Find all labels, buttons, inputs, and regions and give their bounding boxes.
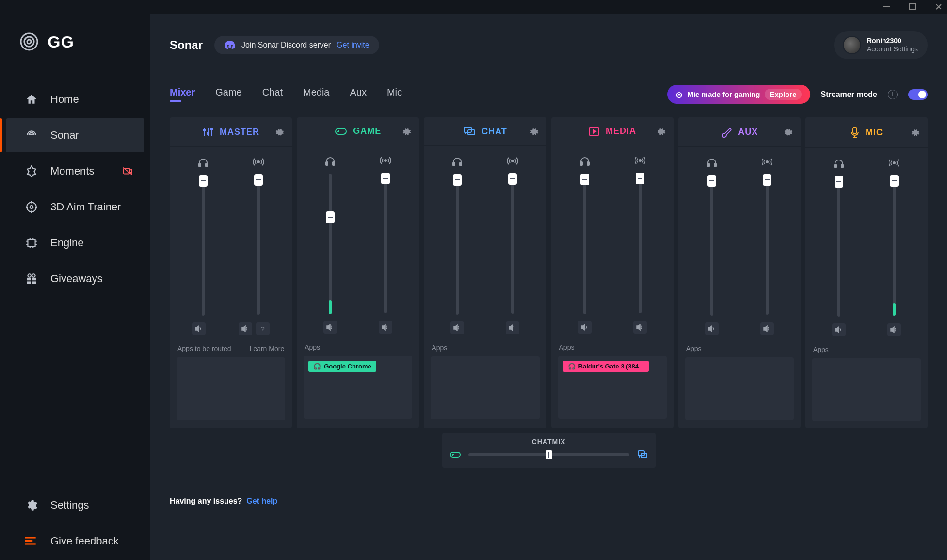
sidebar-item-engine[interactable]: Engine [6, 226, 144, 260]
tab-mixer[interactable]: Mixer [170, 87, 195, 102]
headphones-slider[interactable] [583, 174, 586, 314]
mute-headphones-button[interactable] [323, 321, 337, 334]
channel-settings-button[interactable] [784, 128, 793, 136]
slider-thumb[interactable] [707, 175, 716, 187]
mute-broadcast-button[interactable] [379, 321, 392, 334]
sidebar-item-home[interactable]: Home [6, 82, 144, 116]
slider-thumb[interactable] [381, 173, 390, 184]
streamer-mode-toggle[interactable] [908, 89, 928, 100]
chatmix-slider[interactable] [468, 453, 629, 456]
gear-icon [25, 499, 38, 512]
channel-settings-button[interactable] [530, 127, 539, 136]
headphones-slider[interactable] [202, 175, 205, 316]
svg-point-3 [24, 37, 34, 47]
sidebar-item-feedback[interactable]: Give feedback [6, 524, 144, 558]
nav-label: Sonar [50, 129, 79, 142]
mute-headphones-button[interactable] [578, 321, 592, 334]
slider-thumb[interactable] [453, 174, 462, 186]
account-settings-link[interactable]: Account Settings [867, 45, 918, 53]
tab-mic[interactable]: Mic [387, 87, 402, 102]
broadcast-icon [762, 158, 772, 166]
channel-settings-button[interactable] [275, 128, 284, 136]
user-account[interactable]: Ronin2300 Account Settings [834, 31, 928, 59]
svg-rect-35 [587, 162, 589, 165]
mute-broadcast-button[interactable] [239, 322, 252, 335]
chatmix-thumb[interactable] [546, 450, 552, 459]
headphones-slider[interactable] [837, 176, 840, 317]
learn-more-link[interactable]: Learn More [250, 345, 285, 352]
mute-headphones-button[interactable] [705, 322, 719, 335]
headphones-icon [834, 159, 844, 168]
sidebar-item-giveaways[interactable]: Giveaways [6, 262, 144, 296]
tab-aux[interactable]: Aux [350, 87, 366, 102]
apps-dropzone[interactable] [431, 356, 539, 419]
discord-invite-link[interactable]: Get invite [337, 41, 369, 49]
svg-point-6 [27, 202, 36, 212]
channel-settings-button[interactable] [402, 127, 411, 136]
slider-thumb[interactable] [636, 173, 644, 184]
svg-point-14 [32, 274, 35, 277]
slider-thumb[interactable] [254, 174, 263, 186]
broadcast-slider[interactable] [257, 174, 260, 315]
discord-invite-pill[interactable]: Join Sonar Discord server Get invite [214, 36, 379, 54]
slider-thumb[interactable] [508, 173, 517, 185]
apps-label: Apps [813, 346, 829, 353]
info-icon[interactable]: i [888, 90, 898, 99]
apps-dropzone[interactable]: 🎧Baldur's Gate 3 (384... [558, 356, 667, 419]
mute-headphones-button[interactable] [450, 321, 464, 334]
slider-thumb[interactable] [580, 174, 589, 185]
aim-icon [25, 201, 38, 213]
sidebar-item-settings[interactable]: Settings [6, 488, 144, 522]
sidebar-item-3d-aim-trainer[interactable]: 3D Aim Trainer [6, 190, 144, 224]
mute-broadcast-button[interactable] [887, 323, 901, 336]
apps-dropzone[interactable] [177, 357, 285, 420]
slider-thumb[interactable] [199, 175, 208, 187]
play-icon [588, 127, 600, 136]
headphones-slider[interactable] [329, 174, 332, 314]
broadcast-slider[interactable] [766, 174, 769, 315]
mute-headphones-button[interactable] [192, 322, 206, 335]
slider-thumb[interactable] [326, 211, 335, 223]
svg-rect-1 [910, 4, 915, 10]
app-chip[interactable]: 🎧Baldur's Gate 3 (384... [563, 361, 649, 372]
mute-broadcast-button[interactable] [506, 321, 519, 334]
slider-thumb[interactable] [763, 174, 771, 186]
svg-point-36 [639, 160, 641, 161]
slider-thumb[interactable] [890, 175, 899, 187]
svg-rect-26 [333, 162, 335, 165]
avatar [844, 37, 860, 53]
channel-settings-button[interactable] [657, 127, 666, 136]
sidebar-item-sonar[interactable]: Sonar [6, 118, 144, 152]
mute-broadcast-button[interactable] [760, 322, 774, 335]
mute-headphones-button[interactable] [832, 323, 846, 336]
window-minimize[interactable] [882, 2, 891, 11]
broadcast-slider[interactable] [893, 175, 896, 316]
get-help-link[interactable]: Get help [246, 497, 277, 505]
apps-dropzone[interactable] [812, 358, 921, 421]
window-maximize[interactable] [908, 2, 917, 11]
app-chip[interactable]: 🎧Google Chrome [308, 361, 376, 372]
headphones-slider[interactable] [456, 174, 459, 315]
apps-dropzone[interactable]: 🎧Google Chrome [304, 356, 412, 419]
apps-dropzone[interactable] [685, 357, 794, 420]
svg-rect-42 [841, 164, 843, 168]
mute-broadcast-button[interactable] [633, 321, 647, 334]
mic-promo-pill[interactable]: ◎ Mic made for gaming Explore [667, 85, 810, 104]
broadcast-slider[interactable] [384, 173, 387, 313]
svg-rect-25 [326, 162, 328, 165]
headphones-slider[interactable] [710, 175, 713, 316]
broadcast-slider[interactable] [639, 173, 642, 313]
window-close[interactable] [934, 2, 943, 11]
apps-label: Apps [686, 345, 702, 352]
feedback-icon [25, 535, 38, 547]
tab-media[interactable]: Media [303, 87, 329, 102]
sidebar-item-moments[interactable]: Moments [6, 154, 144, 188]
broadcast-slider[interactable] [511, 173, 514, 314]
streamer-mode-label: Streamer mode [821, 90, 878, 99]
channel-title: MASTER [220, 127, 259, 137]
tab-game[interactable]: Game [215, 87, 241, 102]
slider-thumb[interactable] [835, 176, 843, 188]
tab-chat[interactable]: Chat [262, 87, 283, 102]
channel-settings-button[interactable] [911, 128, 920, 137]
help-button[interactable]: ? [256, 322, 270, 335]
